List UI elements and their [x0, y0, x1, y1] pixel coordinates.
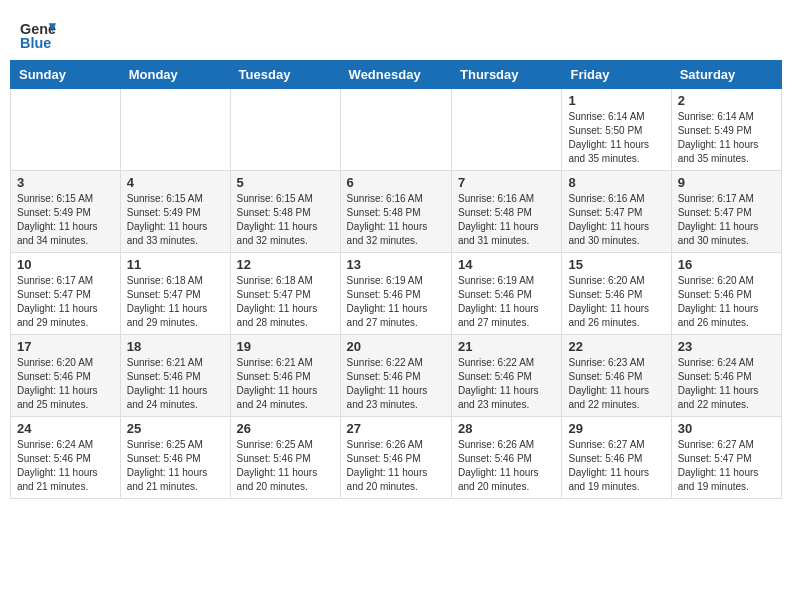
day-number: 20 [347, 339, 445, 354]
day-info: Sunrise: 6:21 AMSunset: 5:46 PMDaylight:… [237, 356, 334, 412]
calendar-day-cell: 9Sunrise: 6:17 AMSunset: 5:47 PMDaylight… [671, 171, 781, 253]
calendar-day-cell: 2Sunrise: 6:14 AMSunset: 5:49 PMDaylight… [671, 89, 781, 171]
day-number: 3 [17, 175, 114, 190]
day-info: Sunrise: 6:15 AMSunset: 5:49 PMDaylight:… [127, 192, 224, 248]
logo: General Blue [20, 16, 60, 52]
day-info: Sunrise: 6:27 AMSunset: 5:47 PMDaylight:… [678, 438, 775, 494]
day-number: 12 [237, 257, 334, 272]
calendar-empty-cell [230, 89, 340, 171]
calendar-day-cell: 7Sunrise: 6:16 AMSunset: 5:48 PMDaylight… [452, 171, 562, 253]
day-info: Sunrise: 6:22 AMSunset: 5:46 PMDaylight:… [458, 356, 555, 412]
calendar-week-row: 3Sunrise: 6:15 AMSunset: 5:49 PMDaylight… [11, 171, 782, 253]
weekday-header: Saturday [671, 61, 781, 89]
day-number: 13 [347, 257, 445, 272]
weekday-header: Monday [120, 61, 230, 89]
day-number: 24 [17, 421, 114, 436]
day-info: Sunrise: 6:20 AMSunset: 5:46 PMDaylight:… [568, 274, 664, 330]
day-number: 17 [17, 339, 114, 354]
calendar-day-cell: 26Sunrise: 6:25 AMSunset: 5:46 PMDayligh… [230, 417, 340, 499]
calendar-day-cell: 14Sunrise: 6:19 AMSunset: 5:46 PMDayligh… [452, 253, 562, 335]
calendar-day-cell: 25Sunrise: 6:25 AMSunset: 5:46 PMDayligh… [120, 417, 230, 499]
calendar-day-cell: 19Sunrise: 6:21 AMSunset: 5:46 PMDayligh… [230, 335, 340, 417]
day-info: Sunrise: 6:17 AMSunset: 5:47 PMDaylight:… [17, 274, 114, 330]
calendar-day-cell: 13Sunrise: 6:19 AMSunset: 5:46 PMDayligh… [340, 253, 451, 335]
day-number: 15 [568, 257, 664, 272]
day-number: 28 [458, 421, 555, 436]
calendar-week-row: 10Sunrise: 6:17 AMSunset: 5:47 PMDayligh… [11, 253, 782, 335]
day-info: Sunrise: 6:16 AMSunset: 5:47 PMDaylight:… [568, 192, 664, 248]
calendar-day-cell: 27Sunrise: 6:26 AMSunset: 5:46 PMDayligh… [340, 417, 451, 499]
calendar-empty-cell [11, 89, 121, 171]
calendar-day-cell: 15Sunrise: 6:20 AMSunset: 5:46 PMDayligh… [562, 253, 671, 335]
day-info: Sunrise: 6:18 AMSunset: 5:47 PMDaylight:… [237, 274, 334, 330]
day-info: Sunrise: 6:19 AMSunset: 5:46 PMDaylight:… [347, 274, 445, 330]
day-info: Sunrise: 6:20 AMSunset: 5:46 PMDaylight:… [678, 274, 775, 330]
day-number: 2 [678, 93, 775, 108]
calendar-header-row: SundayMondayTuesdayWednesdayThursdayFrid… [11, 61, 782, 89]
calendar-day-cell: 24Sunrise: 6:24 AMSunset: 5:46 PMDayligh… [11, 417, 121, 499]
day-info: Sunrise: 6:22 AMSunset: 5:46 PMDaylight:… [347, 356, 445, 412]
calendar-day-cell: 21Sunrise: 6:22 AMSunset: 5:46 PMDayligh… [452, 335, 562, 417]
calendar-day-cell: 29Sunrise: 6:27 AMSunset: 5:46 PMDayligh… [562, 417, 671, 499]
calendar-day-cell: 22Sunrise: 6:23 AMSunset: 5:46 PMDayligh… [562, 335, 671, 417]
calendar-day-cell: 30Sunrise: 6:27 AMSunset: 5:47 PMDayligh… [671, 417, 781, 499]
day-number: 21 [458, 339, 555, 354]
calendar-week-row: 24Sunrise: 6:24 AMSunset: 5:46 PMDayligh… [11, 417, 782, 499]
day-info: Sunrise: 6:26 AMSunset: 5:46 PMDaylight:… [347, 438, 445, 494]
calendar-day-cell: 8Sunrise: 6:16 AMSunset: 5:47 PMDaylight… [562, 171, 671, 253]
day-info: Sunrise: 6:17 AMSunset: 5:47 PMDaylight:… [678, 192, 775, 248]
calendar-day-cell: 20Sunrise: 6:22 AMSunset: 5:46 PMDayligh… [340, 335, 451, 417]
day-number: 18 [127, 339, 224, 354]
day-number: 1 [568, 93, 664, 108]
logo-icon: General Blue [20, 16, 56, 52]
calendar-day-cell: 6Sunrise: 6:16 AMSunset: 5:48 PMDaylight… [340, 171, 451, 253]
day-info: Sunrise: 6:14 AMSunset: 5:50 PMDaylight:… [568, 110, 664, 166]
calendar-week-row: 1Sunrise: 6:14 AMSunset: 5:50 PMDaylight… [11, 89, 782, 171]
day-info: Sunrise: 6:15 AMSunset: 5:48 PMDaylight:… [237, 192, 334, 248]
day-number: 11 [127, 257, 224, 272]
calendar-day-cell: 17Sunrise: 6:20 AMSunset: 5:46 PMDayligh… [11, 335, 121, 417]
calendar-empty-cell [120, 89, 230, 171]
weekday-header: Sunday [11, 61, 121, 89]
day-info: Sunrise: 6:20 AMSunset: 5:46 PMDaylight:… [17, 356, 114, 412]
calendar-day-cell: 18Sunrise: 6:21 AMSunset: 5:46 PMDayligh… [120, 335, 230, 417]
weekday-header: Wednesday [340, 61, 451, 89]
day-number: 5 [237, 175, 334, 190]
day-number: 7 [458, 175, 555, 190]
day-info: Sunrise: 6:24 AMSunset: 5:46 PMDaylight:… [17, 438, 114, 494]
day-info: Sunrise: 6:19 AMSunset: 5:46 PMDaylight:… [458, 274, 555, 330]
day-info: Sunrise: 6:14 AMSunset: 5:49 PMDaylight:… [678, 110, 775, 166]
calendar-day-cell: 23Sunrise: 6:24 AMSunset: 5:46 PMDayligh… [671, 335, 781, 417]
day-info: Sunrise: 6:21 AMSunset: 5:46 PMDaylight:… [127, 356, 224, 412]
calendar-day-cell: 1Sunrise: 6:14 AMSunset: 5:50 PMDaylight… [562, 89, 671, 171]
calendar-empty-cell [452, 89, 562, 171]
day-number: 29 [568, 421, 664, 436]
calendar-table: SundayMondayTuesdayWednesdayThursdayFrid… [10, 60, 782, 499]
calendar-week-row: 17Sunrise: 6:20 AMSunset: 5:46 PMDayligh… [11, 335, 782, 417]
calendar-day-cell: 3Sunrise: 6:15 AMSunset: 5:49 PMDaylight… [11, 171, 121, 253]
day-info: Sunrise: 6:26 AMSunset: 5:46 PMDaylight:… [458, 438, 555, 494]
day-number: 10 [17, 257, 114, 272]
day-info: Sunrise: 6:15 AMSunset: 5:49 PMDaylight:… [17, 192, 114, 248]
day-info: Sunrise: 6:25 AMSunset: 5:46 PMDaylight:… [127, 438, 224, 494]
day-number: 6 [347, 175, 445, 190]
day-number: 8 [568, 175, 664, 190]
calendar-day-cell: 5Sunrise: 6:15 AMSunset: 5:48 PMDaylight… [230, 171, 340, 253]
weekday-header: Thursday [452, 61, 562, 89]
day-number: 25 [127, 421, 224, 436]
svg-text:Blue: Blue [20, 35, 51, 51]
weekday-header: Friday [562, 61, 671, 89]
calendar-day-cell: 10Sunrise: 6:17 AMSunset: 5:47 PMDayligh… [11, 253, 121, 335]
day-info: Sunrise: 6:24 AMSunset: 5:46 PMDaylight:… [678, 356, 775, 412]
weekday-header: Tuesday [230, 61, 340, 89]
day-info: Sunrise: 6:18 AMSunset: 5:47 PMDaylight:… [127, 274, 224, 330]
day-number: 27 [347, 421, 445, 436]
calendar-day-cell: 16Sunrise: 6:20 AMSunset: 5:46 PMDayligh… [671, 253, 781, 335]
day-info: Sunrise: 6:27 AMSunset: 5:46 PMDaylight:… [568, 438, 664, 494]
day-number: 26 [237, 421, 334, 436]
day-number: 19 [237, 339, 334, 354]
day-number: 22 [568, 339, 664, 354]
day-info: Sunrise: 6:23 AMSunset: 5:46 PMDaylight:… [568, 356, 664, 412]
calendar-day-cell: 12Sunrise: 6:18 AMSunset: 5:47 PMDayligh… [230, 253, 340, 335]
day-info: Sunrise: 6:25 AMSunset: 5:46 PMDaylight:… [237, 438, 334, 494]
